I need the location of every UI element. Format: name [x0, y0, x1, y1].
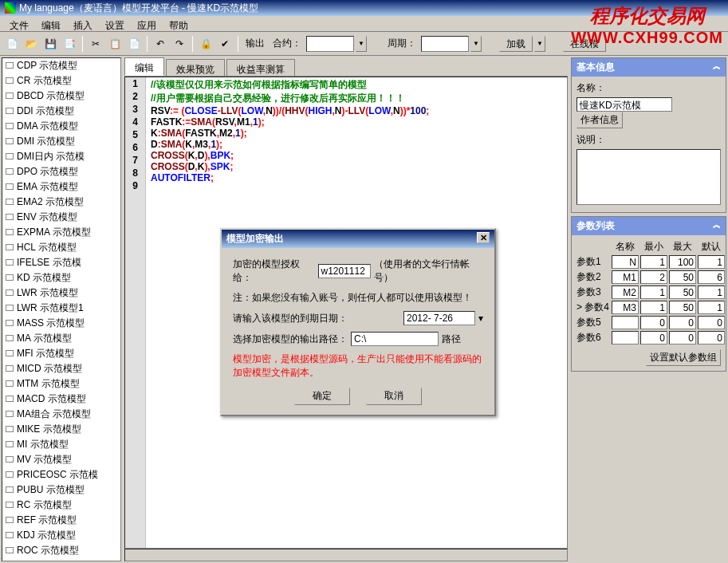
- tree-item[interactable]: MA 示范模型: [2, 331, 120, 346]
- tree-item[interactable]: PRICEOSC 示范模: [2, 467, 120, 482]
- chevron-down-icon[interactable]: ▾: [478, 313, 483, 324]
- menu-apply[interactable]: 应用: [131, 18, 163, 30]
- tree-item[interactable]: IFELSE 示范模: [2, 255, 120, 270]
- tree-item[interactable]: ENV 示范模型: [2, 210, 120, 225]
- tree-item[interactable]: LWR 示范模型: [2, 285, 120, 301]
- param-def-input[interactable]: [698, 331, 725, 344]
- chevron-down-icon[interactable]: ▼: [534, 36, 545, 52]
- load-button[interactable]: 加载: [499, 36, 533, 52]
- save-icon[interactable]: 💾: [41, 35, 59, 53]
- tree-item[interactable]: CDP 示范模型: [2, 58, 120, 73]
- tab-preview[interactable]: 效果预览: [166, 59, 225, 76]
- save-all-icon[interactable]: 📑: [61, 35, 78, 53]
- open-icon[interactable]: 📂: [22, 35, 40, 53]
- param-def-input[interactable]: [698, 270, 725, 284]
- tab-yield[interactable]: 收益率测算: [226, 59, 295, 76]
- model-name-field[interactable]: 慢速KD示范模型.XTRI: [576, 97, 672, 112]
- redo-icon[interactable]: ↷: [171, 35, 188, 53]
- tree-item[interactable]: MI 示范模型: [2, 437, 120, 452]
- basic-info-header[interactable]: 基本信息︽: [572, 58, 726, 77]
- desc-textarea[interactable]: [576, 149, 721, 205]
- tree-item[interactable]: DDI 示范模型: [2, 104, 120, 119]
- tree-item[interactable]: MFI 示范模型: [2, 346, 120, 361]
- period-combo[interactable]: [421, 36, 469, 52]
- param-name-input[interactable]: [612, 331, 639, 344]
- new-icon[interactable]: 📄: [3, 35, 21, 53]
- param-min-input[interactable]: [640, 285, 667, 299]
- set-default-params-button[interactable]: 设置默认参数组: [646, 349, 721, 366]
- param-max-input[interactable]: [669, 316, 696, 329]
- check-icon[interactable]: ✔: [216, 35, 234, 53]
- tab-edit[interactable]: 编辑: [124, 57, 164, 76]
- tree-item[interactable]: EXPMA 示范模型: [2, 225, 120, 240]
- menu-edit[interactable]: 编辑: [35, 18, 67, 30]
- tree-item[interactable]: DBCD 示范模型: [2, 89, 120, 104]
- tree-item[interactable]: PUBU 示范模型: [2, 482, 120, 498]
- tree-item[interactable]: KDJ 示范模型: [2, 528, 120, 543]
- paste-icon[interactable]: 📄: [125, 35, 143, 53]
- tree-item[interactable]: MICD 示范模型: [2, 361, 120, 376]
- tree-item[interactable]: MIKE 示范模型: [2, 422, 120, 437]
- tree-item[interactable]: DMA 示范模型: [2, 119, 120, 134]
- tree-item[interactable]: DMI日内 示范模: [2, 149, 120, 164]
- tree-item[interactable]: MV 示范模型: [2, 452, 120, 467]
- undo-icon[interactable]: ↶: [152, 35, 169, 53]
- param-name-input[interactable]: [612, 301, 639, 314]
- tree-item[interactable]: EMA2 示范模型: [2, 195, 120, 210]
- menu-setting[interactable]: 设置: [99, 18, 131, 30]
- cancel-button[interactable]: 取消: [366, 388, 422, 405]
- menu-help[interactable]: 帮助: [163, 18, 195, 30]
- param-max-input[interactable]: [669, 331, 696, 344]
- copy-icon[interactable]: 📋: [106, 35, 124, 53]
- close-icon[interactable]: ✕: [477, 232, 490, 243]
- menu-insert[interactable]: 插入: [67, 18, 99, 30]
- dialog-titlebar[interactable]: 模型加密输出 ✕: [222, 230, 494, 248]
- chevron-down-icon[interactable]: ▼: [470, 36, 482, 52]
- tree-item[interactable]: CR 示范模型: [2, 73, 120, 89]
- param-name-input[interactable]: [612, 285, 639, 299]
- tree-item[interactable]: LWR 示范模型1: [2, 301, 120, 316]
- model-tree[interactable]: CDP 示范模型CR 示范模型DBCD 示范模型DDI 示范模型DMA 示范模型…: [2, 57, 121, 561]
- param-name-input[interactable]: [612, 316, 639, 329]
- param-max-input[interactable]: [669, 285, 696, 299]
- param-def-input[interactable]: [698, 285, 725, 299]
- param-min-input[interactable]: [640, 270, 667, 284]
- tree-item[interactable]: DPO 示范模型: [2, 164, 120, 179]
- contract-combo[interactable]: [306, 36, 354, 52]
- browse-path-button[interactable]: 路径: [442, 333, 461, 346]
- h-scrollbar[interactable]: [124, 549, 568, 561]
- grant-account-field[interactable]: w1201112: [318, 264, 372, 278]
- chevron-down-icon[interactable]: ▼: [356, 36, 367, 52]
- tree-item[interactable]: RSI 示范模型: [2, 558, 120, 561]
- params-header[interactable]: 参数列表︽: [572, 217, 726, 235]
- tree-item[interactable]: MTM 示范模型: [2, 376, 120, 392]
- param-def-input[interactable]: [698, 316, 725, 329]
- tree-item[interactable]: ROC 示范模型: [2, 543, 120, 558]
- param-name-input[interactable]: [612, 255, 639, 269]
- cut-icon[interactable]: ✂: [87, 35, 104, 53]
- param-min-input[interactable]: [640, 301, 667, 314]
- tree-item[interactable]: EMA 示范模型: [2, 179, 120, 195]
- param-min-input[interactable]: [640, 316, 667, 329]
- tree-item[interactable]: RC 示范模型: [2, 498, 120, 513]
- tree-item[interactable]: HCL 示范模型: [2, 240, 120, 255]
- expire-date-field[interactable]: 2012- 7-26: [403, 311, 475, 325]
- param-max-input[interactable]: [669, 270, 696, 284]
- author-info-button[interactable]: 作者信息: [576, 112, 623, 128]
- online-button[interactable]: 在线模: [563, 36, 606, 52]
- param-max-input[interactable]: [669, 301, 696, 314]
- lock-icon[interactable]: 🔒: [197, 35, 214, 53]
- param-max-input[interactable]: [669, 255, 696, 269]
- tree-item[interactable]: MASS 示范模型: [2, 316, 120, 331]
- ok-button[interactable]: 确定: [294, 388, 350, 405]
- param-min-input[interactable]: [640, 331, 667, 344]
- tree-item[interactable]: MACD 示范模型: [2, 392, 120, 407]
- tree-item[interactable]: REF 示范模型: [2, 513, 120, 528]
- output-path-field[interactable]: C:\: [351, 332, 439, 346]
- menu-file[interactable]: 文件: [3, 18, 35, 30]
- param-name-input[interactable]: [612, 270, 639, 284]
- param-def-input[interactable]: [698, 255, 725, 269]
- tree-item[interactable]: MA组合 示范模型: [2, 407, 120, 422]
- param-def-input[interactable]: [698, 301, 725, 314]
- tree-item[interactable]: DMI 示范模型: [2, 134, 120, 149]
